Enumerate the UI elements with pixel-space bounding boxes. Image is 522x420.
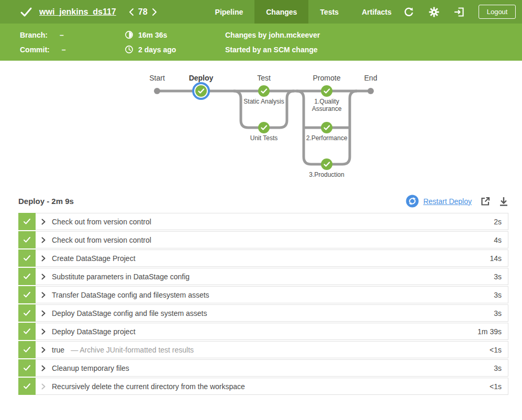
step-duration: 3s [494, 309, 502, 317]
run-navigation: 78 [128, 7, 158, 17]
duration-icon [125, 30, 134, 39]
step-row[interactable]: Cleanup temporary files 3s [18, 359, 508, 377]
stage-detail-actions: Restart Deploy [406, 195, 508, 208]
branch-label-quality-line1: 1.Quality [314, 98, 339, 105]
step-success-icon [18, 249, 36, 267]
stage-detail-title: Deploy - 2m 9s [18, 197, 74, 206]
gear-icon[interactable] [428, 6, 440, 18]
stage-label-start: Start [149, 74, 165, 82]
step-duration: <1s [490, 382, 502, 391]
step-duration: <1s [490, 346, 502, 354]
step-row[interactable]: Deploy DataStage project 1m 39s [18, 323, 508, 340]
tab-changes[interactable]: Changes [254, 0, 308, 24]
next-run-icon[interactable] [152, 8, 158, 16]
run-duration: 16m 36s [138, 31, 167, 39]
start-node [154, 88, 160, 94]
steps-list: Check out from version control 2s Check … [18, 213, 508, 395]
branch-label-production: 3.Production [309, 171, 344, 178]
expand-chevron-icon[interactable] [41, 310, 46, 316]
branch-commit-column: Branch: – Commit: – [20, 30, 125, 61]
step-duration: 4s [494, 236, 502, 244]
exit-icon[interactable] [453, 6, 465, 18]
timing-column: 16m 36s 2 days ago [125, 30, 225, 61]
expand-chevron-icon[interactable] [41, 365, 46, 371]
step-success-icon [18, 268, 36, 285]
stage-label-deploy[interactable]: Deploy [189, 74, 214, 82]
step-row[interactable]: true — Archive JUnit-formatted test resu… [18, 341, 508, 358]
expand-chevron-icon[interactable] [41, 255, 46, 262]
download-logs-icon[interactable] [499, 196, 508, 207]
step-row[interactable]: Create DataStage Project 14s [18, 249, 508, 267]
branch-label: Branch: [20, 31, 48, 39]
run-header: wwi_jenkins_ds117 78 [0, 0, 158, 24]
step-duration: 2s [494, 218, 502, 226]
step-row[interactable]: Substitute parameters in DataStage confi… [18, 268, 508, 285]
expand-chevron-icon[interactable] [41, 237, 46, 243]
step-label: Create DataStage Project [52, 254, 136, 263]
step-row[interactable]: Recursively delete the current directory… [18, 378, 508, 395]
expand-chevron-icon[interactable] [41, 274, 46, 280]
previous-run-icon[interactable] [128, 8, 134, 16]
step-label: Transfer DataStage config and filesystem… [52, 291, 209, 299]
logout-button[interactable]: Logout [479, 5, 516, 19]
restart-deploy-link[interactable]: Restart Deploy [423, 197, 472, 206]
unit-tests-node[interactable] [258, 122, 270, 133]
performance-node[interactable] [321, 122, 332, 133]
commit-label: Commit: [20, 46, 50, 54]
stage-label-end: End [364, 74, 377, 82]
step-row[interactable]: Transfer DataStage config and filesystem… [18, 286, 508, 303]
step-success-icon [18, 304, 36, 322]
step-label: Recursively delete the current directory… [52, 382, 245, 391]
expand-chevron-icon[interactable] [41, 292, 46, 298]
step-success-icon [18, 323, 36, 340]
step-row[interactable]: Check out from version control 4s [18, 231, 508, 248]
step-duration: 3s [494, 291, 502, 299]
branch-label-unit-tests: Unit Tests [250, 134, 277, 142]
step-duration: 1m 39s [477, 327, 502, 336]
open-in-new-window-icon[interactable] [480, 196, 491, 207]
step-duration: 3s [494, 273, 502, 281]
success-check-icon [20, 7, 32, 17]
step-success-icon [18, 213, 36, 230]
step-label: Check out from version control [52, 218, 151, 226]
step-label: Cleanup temporary files [52, 364, 129, 372]
end-node [368, 88, 374, 94]
deploy-node-selected[interactable] [193, 83, 209, 99]
restart-deploy-button[interactable]: Restart Deploy [406, 195, 472, 208]
tab-tests[interactable]: Tests [308, 0, 350, 24]
step-duration: 3s [494, 364, 502, 372]
topbar-actions: Logout [403, 0, 522, 24]
top-bar: wwi_jenkins_ds117 78 Pipeline Changes Te… [0, 0, 522, 24]
test-node[interactable] [258, 85, 270, 97]
stage-label-promote[interactable]: Promote [313, 74, 341, 82]
step-success-icon [18, 378, 36, 395]
stage-label-test[interactable]: Test [257, 74, 271, 82]
clock-icon [125, 45, 134, 54]
tab-bar: Pipeline Changes Tests Artifacts [204, 0, 403, 24]
tab-artifacts[interactable]: Artifacts [350, 0, 403, 24]
step-label: Check out from version control [52, 236, 151, 244]
rerun-icon[interactable] [403, 6, 415, 18]
step-label: Deploy DataStage config and file system … [52, 309, 207, 317]
cause-column: Changes by john.mckeever Started by an S… [225, 30, 320, 61]
expand-chevron-icon[interactable] [41, 219, 46, 225]
changes-author: Changes by john.mckeever [225, 31, 320, 39]
step-row[interactable]: Deploy DataStage config and file system … [18, 304, 508, 322]
step-sublabel: — Archive JUnit-formatted test results [71, 346, 194, 354]
run-number: 78 [138, 7, 148, 17]
tab-pipeline[interactable]: Pipeline [204, 0, 255, 24]
production-node[interactable] [321, 158, 332, 170]
branch-label-static-analysis: Static Analysis [243, 98, 284, 105]
step-row[interactable]: Check out from version control 2s [18, 213, 508, 230]
step-success-icon [18, 231, 36, 248]
commit-value: – [62, 46, 66, 54]
step-success-icon [18, 359, 36, 377]
quality-assurance-node[interactable] [321, 85, 332, 97]
expand-chevron-icon[interactable] [41, 383, 46, 390]
expand-chevron-icon[interactable] [41, 328, 46, 335]
step-duration: 14s [490, 254, 502, 263]
step-success-icon [18, 341, 36, 358]
branch-label-performance: 2.Performance [306, 134, 348, 142]
expand-chevron-icon[interactable] [41, 347, 46, 353]
pipeline-title-link[interactable]: wwi_jenkins_ds117 [39, 7, 116, 17]
